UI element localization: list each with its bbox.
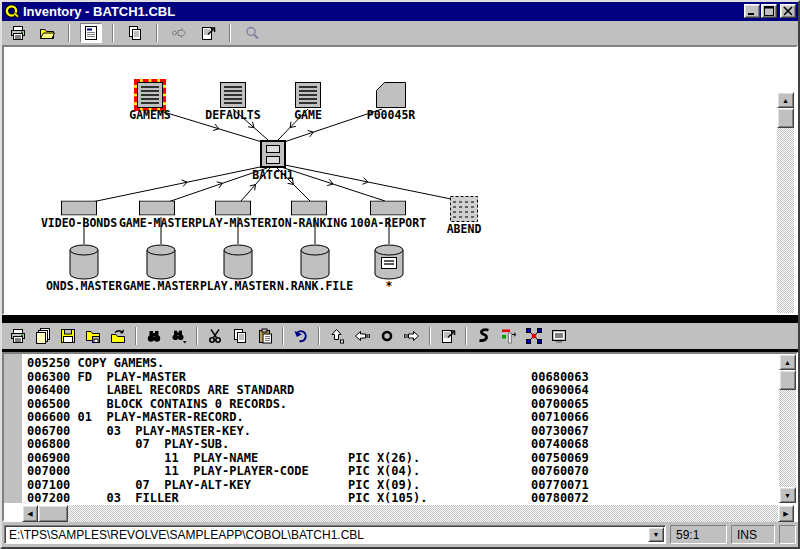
navigate-back-button[interactable] [351, 326, 373, 346]
screen-view-button[interactable] [548, 326, 570, 346]
diagram-node-label: 100A-REPORT [350, 218, 426, 229]
data-flow-button[interactable] [523, 326, 545, 346]
find-next-button[interactable] [168, 326, 190, 346]
undo-button[interactable] [290, 326, 312, 346]
open-button[interactable] [36, 23, 58, 43]
pic-clause: PIC X(04). [348, 464, 420, 478]
toolbar-separator [135, 327, 137, 345]
diagram-node-game[interactable] [295, 82, 321, 108]
code-line[interactable]: 006700 03 PLAY-MASTER-KEY.00730067 [27, 424, 779, 438]
code-editor[interactable]: 005250 COPY GAMEMS.006300 FD PLAY-MASTER… [22, 354, 779, 503]
code-line[interactable]: 006500 BLOCK CONTAINS 0 RECORDS.00700065 [27, 397, 779, 411]
code-line[interactable]: 006400 LABEL RECORDS ARE STANDARD0069006… [27, 383, 779, 397]
code-hscrollbar[interactable]: ◀ ▶ [22, 505, 794, 522]
save-as-button[interactable] [82, 326, 104, 346]
scroll-track[interactable] [68, 505, 778, 522]
minimize-button[interactable] [744, 4, 760, 18]
propagate-button[interactable] [168, 23, 190, 43]
diagram-node-label: GAME [294, 110, 322, 121]
diagram-node-gamems[interactable] [134, 79, 166, 111]
properties-button[interactable] [197, 23, 219, 43]
diagram-node-100a-report[interactable] [370, 201, 406, 216]
print-button[interactable] [7, 326, 29, 346]
analysis-button[interactable] [473, 326, 495, 346]
print-button[interactable] [7, 23, 29, 43]
diagram-node-play.master[interactable] [223, 244, 253, 280]
diagram-node-abend[interactable] [450, 196, 478, 222]
maximize-icon [763, 2, 775, 20]
binoculars-icon [146, 328, 162, 344]
toolbar-separator [196, 327, 198, 345]
diagram-node-defaults[interactable] [220, 82, 246, 108]
cut-button[interactable] [204, 326, 226, 346]
combobox-dropdown-button[interactable]: ▼ [648, 527, 664, 542]
screen-icon [551, 328, 567, 344]
find-button[interactable] [143, 326, 165, 346]
code-line[interactable]: 007200 03 FILLERPIC X(105).00780072 [27, 491, 779, 503]
close-icon [782, 2, 794, 20]
diagram-node-p00045r[interactable] [376, 82, 406, 108]
diagram-vscrollbar[interactable]: ▲ ▼ [777, 92, 794, 315]
diagram-node-label: GAMEMS [129, 110, 171, 121]
diagram-node-video-bonds[interactable] [61, 201, 97, 216]
toolbar-separator [318, 327, 320, 345]
diagram-node-game.master[interactable] [146, 244, 176, 280]
code-pane: 005250 COPY GAMEMS.006300 FD PLAY-MASTER… [2, 352, 798, 522]
status-panel-empty [779, 525, 796, 544]
diagram-node-play-master[interactable] [215, 201, 251, 216]
toolbar-separator [282, 327, 284, 345]
code-line[interactable]: 006300 FD PLAY-MASTER00680063 [27, 370, 779, 384]
minimize-icon [746, 2, 758, 20]
code-line[interactable]: 007000 11 PLAY-PLAYER-CODEPIC X(04).0076… [27, 464, 779, 478]
selection-marquee [134, 79, 166, 111]
code-line[interactable]: 005250 COPY GAMEMS. [27, 356, 779, 370]
copy-button[interactable] [229, 326, 251, 346]
inventory-view-button[interactable] [80, 23, 102, 43]
navigate-forward-button[interactable] [401, 326, 423, 346]
properties-button[interactable] [437, 326, 459, 346]
code-text: 006900 11 PLAY-NAME [27, 451, 258, 465]
file-list-button[interactable] [32, 326, 54, 346]
diagram-node-batch1[interactable] [260, 140, 286, 168]
sequence-number: 00760070 [531, 464, 589, 478]
status-bar: E:\TPS\SAMPLES\REVOLVE\SAMPLEAPP\COBOL\B… [2, 522, 798, 547]
scroll-track[interactable] [777, 128, 794, 315]
scroll-thumb[interactable] [38, 505, 68, 522]
scroll-right-icon[interactable]: ▶ [778, 505, 794, 522]
scroll-thumb[interactable] [777, 108, 794, 128]
diagram-node-onds.master[interactable] [69, 244, 99, 280]
navigate-stop-button[interactable] [376, 326, 398, 346]
code-vscrollbar[interactable]: ▲ ▼ [779, 354, 796, 503]
diagram-node-ion-ranking[interactable] [291, 201, 327, 216]
scroll-thumb[interactable] [779, 370, 796, 390]
navigate-up-button[interactable] [326, 326, 348, 346]
open-button[interactable] [107, 326, 129, 346]
file-path-combobox[interactable]: E:\TPS\SAMPLES\REVOLVE\SAMPLEAPP\COBOL\B… [4, 525, 666, 544]
diagram-node-n.rank.file[interactable] [300, 244, 330, 280]
diagram-node-output-star[interactable] [374, 244, 404, 280]
paste-button[interactable] [254, 326, 276, 346]
link-arrow-icon [171, 25, 187, 41]
close-button[interactable] [780, 4, 796, 18]
save-button[interactable] [57, 326, 79, 346]
scroll-down-icon[interactable]: ▼ [779, 487, 796, 503]
maximize-button[interactable] [761, 4, 777, 18]
diagram-node-label: N.RANK.FILE [277, 281, 353, 292]
code-line[interactable]: 006800 07 PLAY-SUB.00740068 [27, 437, 779, 451]
code-line[interactable]: 007100 07 PLAY-ALT-KEYPIC X(09).00770071 [27, 478, 779, 492]
code-line[interactable]: 006600 01 PLAY-MASTER-RECORD.00710066 [27, 410, 779, 424]
scroll-left-icon[interactable]: ◀ [22, 505, 38, 522]
scroll-up-icon[interactable]: ▲ [779, 354, 796, 370]
editor-toolbar [2, 323, 798, 349]
cursor-position: 59:1 [670, 525, 727, 544]
zoom-button[interactable] [241, 23, 263, 43]
scroll-track[interactable] [779, 390, 796, 487]
code-line[interactable]: 006900 11 PLAY-NAMEPIC X(26).00750069 [27, 451, 779, 465]
scroll-up-icon[interactable]: ▲ [777, 92, 794, 108]
chevron-down-icon: ▼ [653, 531, 660, 538]
execution-trace-button[interactable] [498, 326, 520, 346]
sequence-number: 00770071 [531, 478, 589, 492]
copy-button[interactable] [124, 23, 146, 43]
diagram-node-game-master[interactable] [139, 201, 175, 216]
pane-splitter[interactable] [2, 315, 798, 323]
